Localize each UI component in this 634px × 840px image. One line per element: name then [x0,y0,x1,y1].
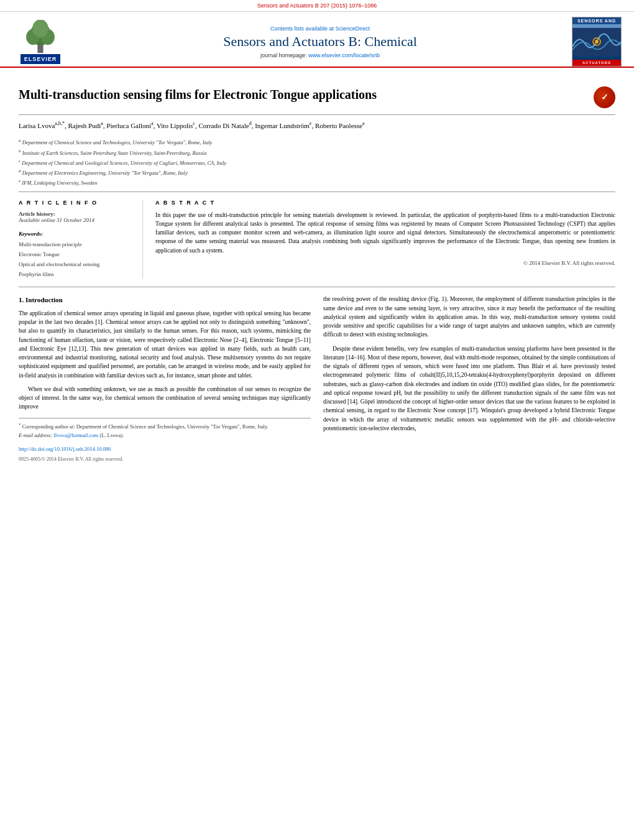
intro-para-1: The application of chemical sensor array… [19,309,311,380]
doi-link[interactable]: http://dx.doi.org/10.1016/j.snb.2014.10.… [19,446,111,452]
svg-point-7 [595,40,599,44]
abstract-section: A B S T R A C T In this paper the use of… [155,200,615,280]
article-info-abstract: A R T I C L E I N F O Article history: A… [19,192,615,280]
email-footnote: E-mail address: llvova@hotmail.com (L. L… [19,432,311,440]
article-info-panel: A R T I C L E I N F O Article history: A… [19,200,143,280]
elsevier-tree-icon [19,20,62,54]
keywords-list: Multi-transduction principle Electronic … [19,239,133,280]
sciencedirect-text: Contents lists available at ScienceDirec… [75,25,566,32]
abstract-text: In this paper the use of multi-transduct… [155,211,615,255]
keywords-title: Keywords: [19,231,133,237]
affiliation-e: e IFM, Linköping University, Sweden [19,178,615,187]
sensors-logo-bottom-text: ACTUATORS [572,60,621,66]
svg-point-4 [32,20,48,37]
abstract-title: A B S T R A C T [155,200,615,206]
journal-title: Sensors and Actuators B: Chemical [75,34,566,50]
affiliation-a: a Department of Chemical Science and Tec… [19,137,615,147]
affiliation-c: c Department of Chemical and Geological … [19,158,615,167]
article-content: Multi-transduction sensing films for Ele… [0,68,634,473]
citation-text: Sensors and Actuators B 207 (2015) 1076–… [257,2,377,9]
elsevier-logo: ELSEVIER [12,20,68,64]
affiliation-d: d Department of Electronics Engineering,… [19,168,615,177]
keyword-1: Multi-transduction principle [19,239,133,249]
article-history: Article history: Available online 31 Oct… [19,211,133,223]
keywords-section: Keywords: Multi-transduction principle E… [19,231,133,280]
page: Sensors and Actuators B 207 (2015) 1076–… [0,0,634,840]
body-right-col: the resolving power of the resulting dev… [323,295,615,463]
doi-section: http://dx.doi.org/10.1016/j.snb.2014.10.… [19,445,311,453]
body-divider [19,287,615,287]
right-para-2: Despite these evident benefits, very few… [323,344,615,433]
corresponding-footnote: * Corresponding author at: Department of… [19,422,311,431]
keyword-3: Optical and electrochemical sensing [19,259,133,269]
sensors-logo-image [572,24,621,60]
homepage-link[interactable]: www.elsevier.com/locate/snb [308,52,380,58]
article-title: Multi-transduction sensing films for Ele… [19,86,584,103]
sensors-actuators-logo: SENSORS AND ACTUATORS [572,17,622,67]
intro-section-title: 1. Introduction [19,295,311,305]
authors-section: Larisa Lvovaa,b,*, Rajesh Pudia, Pierluc… [19,115,615,134]
keyword-2: Electronic Tongue [19,249,133,259]
intro-para-2: When we deal with something unknown, we … [19,385,311,412]
issn-text: 0925-4005/© 2014 Elsevier B.V. All right… [19,456,311,463]
right-para-1: the resolving power of the resulting dev… [323,295,615,339]
crossmark-icon: ✓ [594,86,615,108]
elsevier-label: ELSEVIER [21,54,61,64]
affiliation-b: b Institute of Earth Sciences, Saint-Pet… [19,148,615,157]
journal-header: ELSEVIER Contents lists available at Sci… [0,12,634,68]
body-left-col: 1. Introduction The application of chemi… [19,295,311,463]
article-title-section: Multi-transduction sensing films for Ele… [19,77,615,115]
citation-bar: Sensors and Actuators B 207 (2015) 1076–… [0,0,634,12]
email-link[interactable]: llvova@hotmail.com [53,432,98,438]
affiliations-section: a Department of Chemical Science and Tec… [19,134,615,191]
journal-center: Contents lists available at ScienceDirec… [68,25,572,58]
footnotes: * Corresponding author at: Department of… [19,418,311,464]
article-info-title: A R T I C L E I N F O [19,200,133,206]
copyright: © 2014 Elsevier B.V. All rights reserved… [155,255,615,266]
keyword-4: Porphyrin films [19,269,133,279]
sensors-logo-top-text: SENSORS AND [572,17,621,24]
journal-homepage: journal homepage: www.elsevier.com/locat… [75,52,566,58]
body-content: 1. Introduction The application of chemi… [19,295,615,463]
